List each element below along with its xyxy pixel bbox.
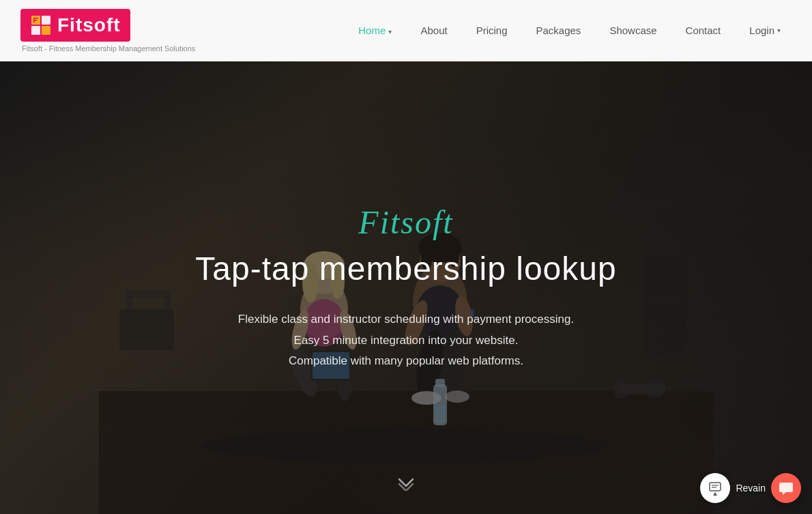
nav-links: Home ▾ About Pricing Packages Showcase C… (347, 20, 792, 40)
revain-review-icon[interactable] (700, 473, 730, 503)
svg-marker-51 (713, 492, 717, 496)
nav-item-home[interactable]: Home ▾ (347, 25, 403, 37)
hero-content: Fitsoft Tap-tap membership lookup Flexib… (182, 203, 630, 371)
svg-rect-2 (31, 26, 40, 35)
svg-rect-1 (42, 16, 50, 25)
chevron-down-icon: ▾ (777, 27, 781, 34)
nav-link-pricing[interactable]: Pricing (465, 20, 519, 40)
nav-item-showcase[interactable]: Showcase (598, 25, 667, 37)
chevron-down-icon: ▾ (388, 28, 392, 35)
svg-rect-48 (710, 483, 721, 491)
nav-link-login[interactable]: Login ▾ (738, 20, 792, 40)
nav-item-contact[interactable]: Contact (675, 25, 732, 37)
logo-tagline: Fitsoft - Fitness Membership Management … (20, 44, 195, 53)
nav-link-about[interactable]: About (409, 20, 458, 40)
hero-description: Flexible class and instructor scheduling… (195, 309, 616, 372)
svg-rect-6 (33, 20, 37, 21)
revain-chat-button[interactable] (771, 473, 801, 503)
nav-item-login[interactable]: Login ▾ (738, 20, 792, 40)
nav-item-packages[interactable]: Packages (525, 25, 592, 37)
nav-link-packages[interactable]: Packages (525, 20, 592, 40)
navbar: Fitsoft Fitsoft - Fitness Membership Man… (0, 0, 812, 61)
nav-item-about[interactable]: About (409, 25, 458, 37)
hero-brand-title: Fitsoft (195, 203, 616, 241)
brand-logo[interactable]: Fitsoft Fitsoft - Fitness Membership Man… (20, 9, 195, 53)
revain-label: Revain (736, 483, 766, 494)
hero-section: Fitsoft Tap-tap membership lookup Flexib… (0, 61, 812, 514)
nav-link-contact[interactable]: Contact (675, 20, 732, 40)
revain-widget[interactable]: Revain (700, 473, 801, 503)
nav-link-home[interactable]: Home ▾ (347, 20, 403, 40)
hero-main-title: Tap-tap membership lookup (195, 249, 616, 289)
nav-link-showcase[interactable]: Showcase (598, 20, 667, 40)
nav-item-pricing[interactable]: Pricing (465, 25, 519, 37)
svg-rect-3 (42, 26, 50, 35)
logo-icon (30, 14, 52, 36)
logo-text: Fitsoft (57, 14, 121, 36)
scroll-indicator (396, 477, 416, 494)
